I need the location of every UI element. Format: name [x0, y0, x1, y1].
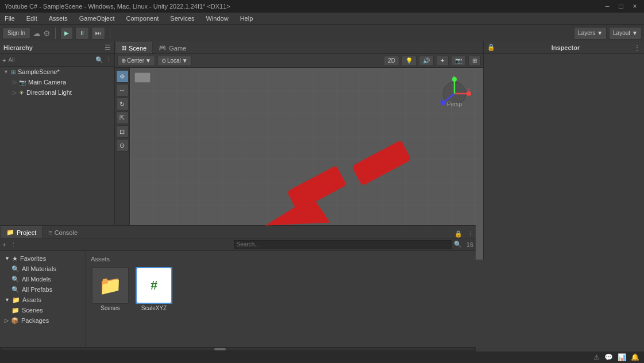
tree-assets[interactable]: ▼ 📁 Assets — [0, 295, 86, 305]
tree-all-models[interactable]: 🔍 All Models — [0, 274, 86, 284]
hierarchy-more-icon[interactable]: ⋮ — [106, 56, 112, 64]
scalexyz-icon: # — [136, 267, 172, 304]
scenes-asset-name: Scenes — [101, 305, 119, 311]
toolbar: Sign In ☁ ⚙ ▶ ⏸ ⏭ Layers ▼ Layout ▼ — [0, 24, 644, 41]
tab-project[interactable]: 📁 Project — [0, 226, 43, 238]
project-content: ▼ ★ Favorites 🔍 All Materials 🔍 All Mode… — [0, 251, 476, 347]
play-button[interactable]: ▶ — [60, 27, 73, 40]
project-count: 16 — [466, 241, 473, 248]
inspector-panel: 🔒 Inspector ⋮ — [483, 41, 644, 260]
scene-cam-button[interactable]: 📷 — [451, 56, 466, 66]
minimize-button[interactable]: – — [603, 2, 612, 10]
center-label: ⊕ — [121, 57, 126, 64]
scene-icon: ⊞ — [11, 69, 16, 75]
collab-icon: ⚙ — [43, 29, 51, 38]
mode-2d-label: 2D — [388, 57, 395, 64]
menu-edit[interactable]: Edit — [24, 15, 40, 22]
hierarchy-options-icon[interactable]: ☰ — [105, 44, 111, 52]
assets-label: Assets — [22, 296, 41, 303]
warning-icon[interactable]: ⚠ — [593, 353, 600, 361]
maximize-button[interactable]: □ — [616, 2, 626, 10]
rect-tool[interactable]: ⊡ — [116, 125, 129, 138]
menu-help[interactable]: Help — [238, 15, 256, 22]
layout-dropdown[interactable]: Layout ▼ — [609, 27, 642, 40]
scene-tab-bar: ⊞ Scene 🎮 Game — [115, 41, 483, 54]
menu-file[interactable]: File — [2, 15, 17, 22]
status-icons: ⚠ 💬 📊 🔔 — [593, 353, 639, 361]
packages-expand-icon: ▷ — [5, 318, 9, 323]
hierarchy-search-icon[interactable]: 🔍 — [95, 56, 103, 64]
tree-all-prefabs[interactable]: 🔍 All Prefabs — [0, 284, 86, 295]
tree-scenes[interactable]: 📁 Scenes — [0, 305, 86, 315]
scene-audio-button[interactable]: 🔊 — [419, 56, 434, 66]
collab-status-icon[interactable]: 📊 — [618, 353, 626, 361]
hierarchy-camera-item[interactable]: ▷ 📷 Main Camera — [0, 77, 114, 87]
bottom-panel-more-icon[interactable]: ⋮ — [465, 230, 476, 238]
bottom-panel: 📁 Project ≡ Console 🔒 ⋮ + ⋮ 🔍 16 ▼ ★ Fav… — [0, 225, 476, 352]
toolbar-separator-2 — [110, 28, 110, 39]
project-options-icon[interactable]: ⋮ — [10, 241, 17, 248]
mode-2d-button[interactable]: 2D — [384, 56, 399, 66]
tree-favorites[interactable]: ▼ ★ Favorites — [0, 253, 86, 264]
local-button[interactable]: ⊙ Local ▼ — [157, 56, 192, 66]
project-toolbar: + ⋮ 🔍 16 — [0, 238, 476, 251]
transform-tool[interactable]: ⊙ — [116, 139, 129, 152]
tab-console[interactable]: ≡ Console — [43, 226, 83, 238]
scenes-label: Scenes — [22, 307, 43, 314]
notification-icon[interactable]: 🔔 — [631, 353, 639, 361]
scroll-thumb[interactable] — [214, 348, 226, 350]
add-hierarchy-button[interactable]: + — [2, 57, 6, 64]
assets-folder-icon: 📁 — [12, 296, 20, 304]
scene-gizmos-button[interactable]: ⊞ — [468, 56, 481, 66]
status-bar: ⚠ 💬 📊 🔔 — [0, 352, 644, 363]
rotate-tool[interactable]: ↻ — [116, 98, 129, 110]
assets-area-label: Assets — [91, 256, 471, 262]
asset-scalexyz[interactable]: # ScaleXYZ — [134, 266, 173, 312]
menu-assets[interactable]: Assets — [47, 15, 70, 22]
console-icon[interactable]: 💬 — [604, 353, 613, 361]
menu-component[interactable]: Component — [124, 15, 161, 22]
signin-button[interactable]: Sign In — [2, 28, 30, 39]
camera-label: Main Camera — [28, 79, 66, 86]
scroll-track[interactable] — [1, 348, 475, 350]
toolbar-separator — [55, 28, 56, 39]
play-icon: ▶ — [64, 30, 69, 36]
tab-scene[interactable]: ⊞ Scene — [115, 42, 153, 53]
console-tab-icon: ≡ — [48, 229, 52, 236]
add-project-button[interactable]: + — [2, 241, 6, 248]
scene-fx-button[interactable]: ✦ — [436, 56, 449, 66]
select-tool[interactable]: ✥ — [116, 70, 129, 83]
menu-window[interactable]: Window — [204, 15, 231, 22]
inspector-more-icon[interactable]: ⋮ — [634, 44, 641, 52]
inspector-lock-icon[interactable]: 🔒 — [487, 44, 495, 51]
layers-chevron-icon: ▼ — [597, 30, 603, 36]
hierarchy-scene-item[interactable]: ▼ ⊞ SampleScene* — [0, 67, 114, 77]
tree-packages[interactable]: ▷ 📦 Packages — [0, 315, 86, 326]
center-button[interactable]: ⊕ Center ▼ — [117, 56, 155, 66]
inspector-header-icons: ⋮ — [634, 44, 641, 52]
scene-label: SampleScene* — [18, 68, 60, 75]
menu-gameobject[interactable]: GameObject — [77, 15, 117, 22]
step-button[interactable]: ⏭ — [91, 27, 105, 40]
scale-tool[interactable]: ⇱ — [116, 111, 129, 124]
bottom-panel-lock-icon[interactable]: 🔒 — [452, 230, 465, 238]
pause-button[interactable]: ⏸ — [75, 27, 89, 40]
close-button[interactable]: × — [630, 2, 639, 10]
scenes-icon: 📁 — [92, 267, 129, 304]
move-tool[interactable]: ↔ — [116, 84, 129, 96]
layers-dropdown[interactable]: Layers ▼ — [574, 27, 607, 40]
menu-services[interactable]: Services — [168, 15, 196, 22]
tab-game[interactable]: 🎮 Game — [153, 42, 192, 53]
tree-all-materials[interactable]: 🔍 All Materials — [0, 264, 86, 274]
bottom-scroll[interactable] — [0, 347, 476, 352]
scene-lighting-button[interactable]: 💡 — [402, 56, 417, 66]
hierarchy-light-item[interactable]: ▷ ☀ Directional Light — [0, 87, 114, 98]
asset-scenes[interactable]: 📁 Scenes — [91, 266, 130, 312]
all-prefabs-icon: 🔍 — [11, 286, 20, 294]
title-bar: Youtube C# - SampleScene - Windows, Mac,… — [0, 0, 644, 13]
inspector-header: 🔒 Inspector ⋮ — [484, 41, 644, 54]
search-icon[interactable]: 🔍 — [454, 241, 462, 248]
project-search-input[interactable] — [234, 240, 452, 249]
light-icon: ☀ — [19, 90, 24, 96]
scene-expand-icon: ▼ — [3, 69, 9, 75]
